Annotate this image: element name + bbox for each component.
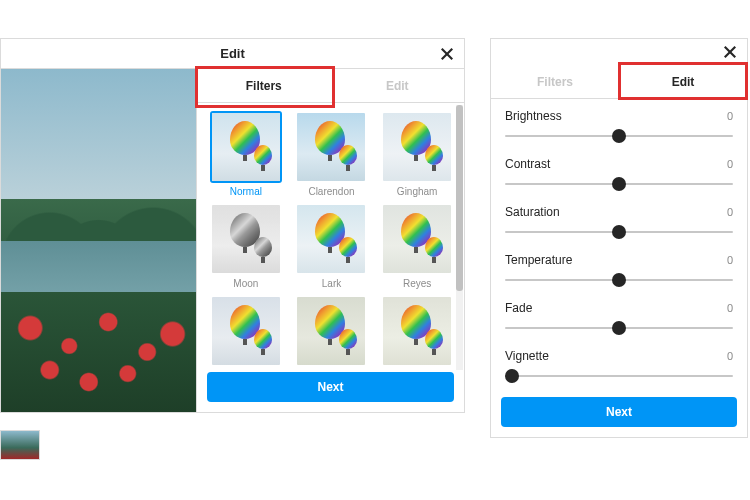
filter-label: Clarendon: [308, 186, 354, 197]
slider-track[interactable]: [505, 369, 733, 383]
slider-track[interactable]: [505, 321, 733, 335]
tabs: Filters Edit: [491, 65, 747, 99]
filter-label: Gingham: [397, 186, 438, 197]
dialog-header: Edit: [1, 39, 464, 69]
filter-label: Lark: [322, 278, 341, 289]
sliders-list: Brightness0Contrast0Saturation0Temperatu…: [491, 99, 747, 391]
close-button[interactable]: [721, 43, 739, 61]
filter-clarendon[interactable]: Clarendon: [293, 111, 371, 197]
edit-dialog: Filters Edit Brightness0Contrast0Saturat…: [490, 38, 748, 438]
dialog-header-right: [491, 39, 747, 65]
slider-vignette: Vignette0: [505, 349, 733, 383]
close-button[interactable]: [438, 45, 456, 63]
slider-track[interactable]: [505, 273, 733, 287]
slider-fade: Fade0: [505, 301, 733, 335]
tab-edit[interactable]: Edit: [331, 69, 465, 102]
slider-knob[interactable]: [612, 129, 626, 143]
filter-slumber[interactable]: Slumber: [293, 295, 371, 366]
slider-value: 0: [727, 158, 733, 170]
slider-label: Brightness: [505, 109, 562, 123]
slider-knob[interactable]: [505, 369, 519, 383]
slider-temperature: Temperature0: [505, 253, 733, 287]
slider-saturation: Saturation0: [505, 205, 733, 239]
filters-dialog: Edit Filters Edit NormalClarendonGingham…: [0, 38, 465, 413]
slider-contrast: Contrast0: [505, 157, 733, 191]
filter-thumbnail: [295, 111, 367, 183]
slider-value: 0: [727, 206, 733, 218]
filter-thumbnail: [381, 203, 453, 275]
filter-juno[interactable]: Juno: [207, 295, 285, 366]
filter-thumbnail: [210, 295, 282, 366]
image-thumbnail[interactable]: [0, 430, 40, 460]
slider-label: Vignette: [505, 349, 549, 363]
filter-label: Normal: [230, 186, 262, 197]
filter-thumbnail: [381, 295, 453, 366]
filter-gingham[interactable]: Gingham: [378, 111, 456, 197]
filters-column: Filters Edit NormalClarendonGinghamMoonL…: [196, 69, 464, 412]
slider-brightness: Brightness0: [505, 109, 733, 143]
slider-value: 0: [727, 110, 733, 122]
filter-grid: NormalClarendonGinghamMoonLarkReyesJunoS…: [207, 111, 456, 366]
filter-label: Moon: [233, 278, 258, 289]
filter-normal[interactable]: Normal: [207, 111, 285, 197]
slider-track[interactable]: [505, 129, 733, 143]
slider-value: 0: [727, 254, 733, 266]
next-button[interactable]: Next: [501, 397, 737, 427]
filter-thumbnail: [210, 111, 282, 183]
slider-track[interactable]: [505, 177, 733, 191]
filter-label: Reyes: [403, 278, 431, 289]
tabs: Filters Edit: [197, 69, 464, 103]
filter-thumbnail: [295, 203, 367, 275]
slider-label: Contrast: [505, 157, 550, 171]
filter-thumbnail: [295, 295, 367, 366]
tab-edit[interactable]: Edit: [619, 65, 747, 98]
dialog-title: Edit: [220, 46, 245, 61]
tab-filters[interactable]: Filters: [197, 69, 331, 102]
dialog-body: Filters Edit NormalClarendonGinghamMoonL…: [1, 69, 464, 412]
slider-value: 0: [727, 350, 733, 362]
image-preview: [1, 69, 196, 412]
next-button[interactable]: Next: [207, 372, 454, 402]
slider-track[interactable]: [505, 225, 733, 239]
tab-filters[interactable]: Filters: [491, 65, 619, 98]
slider-knob[interactable]: [612, 273, 626, 287]
slider-knob[interactable]: [612, 321, 626, 335]
filter-thumbnail: [381, 111, 453, 183]
filter-lark[interactable]: Lark: [293, 203, 371, 289]
slider-label: Saturation: [505, 205, 560, 219]
filter-reyes[interactable]: Reyes: [378, 203, 456, 289]
slider-knob[interactable]: [612, 225, 626, 239]
slider-label: Fade: [505, 301, 532, 315]
filter-thumbnail: [210, 203, 282, 275]
scrollbar[interactable]: [456, 105, 463, 370]
close-icon: [723, 45, 737, 59]
slider-knob[interactable]: [612, 177, 626, 191]
filter-crema[interactable]: Crema: [378, 295, 456, 366]
slider-label: Temperature: [505, 253, 572, 267]
filter-grid-scroll[interactable]: NormalClarendonGinghamMoonLarkReyesJunoS…: [197, 103, 464, 366]
slider-value: 0: [727, 302, 733, 314]
close-icon: [440, 47, 454, 61]
filter-moon[interactable]: Moon: [207, 203, 285, 289]
